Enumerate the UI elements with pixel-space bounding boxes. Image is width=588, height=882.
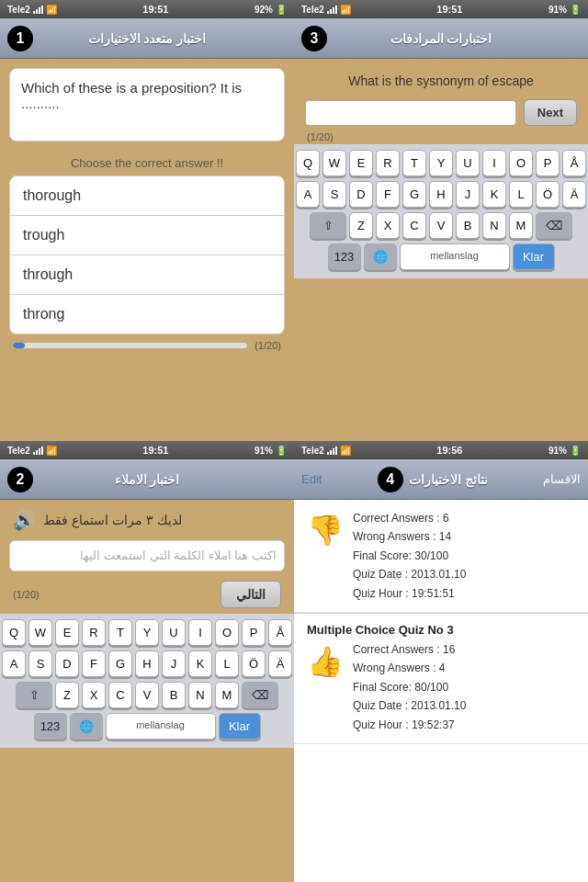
- key-X-q3[interactable]: X: [376, 212, 400, 239]
- key-L-q2[interactable]: L: [215, 650, 239, 677]
- answer-trough[interactable]: trough: [9, 216, 285, 255]
- status-bar-q3: Tele2 📶 19:51 91% 🔋: [294, 0, 588, 18]
- space-key-q3[interactable]: mellanslag: [400, 243, 510, 270]
- title-q2: اختبار الاملاء: [115, 472, 180, 487]
- badge-q1: 1: [7, 26, 33, 51]
- score-2: Final Score: 80/100: [353, 678, 575, 696]
- space-key-q2[interactable]: mellanslag: [106, 713, 216, 740]
- answer-throng[interactable]: throng: [9, 295, 285, 334]
- key-O-umlaut-q3[interactable]: Ö: [536, 181, 560, 208]
- key-G-q3[interactable]: G: [402, 181, 426, 208]
- key-C-q3[interactable]: C: [402, 212, 426, 239]
- key-N-q2[interactable]: N: [188, 682, 212, 708]
- key-S-q2[interactable]: S: [28, 650, 52, 677]
- key-Q-q2[interactable]: Q: [2, 619, 26, 646]
- globe-key-q3[interactable]: 🌐: [364, 243, 397, 270]
- key-T-q2[interactable]: T: [108, 619, 132, 646]
- key-D-q3[interactable]: D: [349, 181, 373, 208]
- key-D-q2[interactable]: D: [55, 650, 79, 677]
- edit-button-q4[interactable]: Edit: [301, 472, 322, 486]
- key-V-q3[interactable]: V: [429, 212, 453, 239]
- key-I-q3[interactable]: I: [482, 150, 506, 176]
- answer-input-q3[interactable]: [305, 100, 516, 126]
- key-J-q2[interactable]: J: [162, 650, 186, 677]
- audio-row-q2: لديك ٣ مرات استماع فقط 🔊: [0, 500, 294, 535]
- time-q3: 19:51: [436, 4, 462, 15]
- key-P-q3[interactable]: P: [536, 150, 560, 176]
- bottom-row-q2: التالي (1/20): [0, 577, 294, 614]
- key-N-q3[interactable]: N: [482, 212, 506, 239]
- key-Y-q2[interactable]: Y: [135, 619, 159, 646]
- key-A-umlaut-q3[interactable]: Ä: [562, 181, 586, 208]
- result-details-2: Correct Answers : 16 Wrong Answers : 4 F…: [353, 640, 575, 734]
- num-key-q2[interactable]: 123: [34, 713, 67, 740]
- key-T-q3[interactable]: T: [402, 150, 426, 176]
- return-key-q3[interactable]: Klar: [513, 243, 555, 270]
- key-O-q2[interactable]: O: [215, 619, 239, 646]
- audio-text-q2: لديك ٣ مرات استماع فقط: [43, 513, 182, 527]
- num-key-q3[interactable]: 123: [328, 243, 361, 270]
- key-M-q2[interactable]: M: [215, 682, 239, 708]
- key-S-q3[interactable]: S: [322, 181, 346, 208]
- key-Z-q2[interactable]: Z: [55, 682, 79, 708]
- key-V-q2[interactable]: V: [135, 682, 159, 708]
- signal-q4: [327, 446, 337, 455]
- audio-icon-q2[interactable]: 🔊: [13, 509, 36, 531]
- next-button-q3[interactable]: Next: [524, 99, 577, 126]
- status-bar-q2: Tele2 📶 19:51 91% 🔋: [0, 441, 294, 459]
- key-I-q2[interactable]: I: [188, 619, 212, 646]
- question-q3: What is the sysnonym of escape: [294, 59, 588, 96]
- answer-thorough[interactable]: thorough: [9, 175, 285, 216]
- key-K-q2[interactable]: K: [188, 650, 212, 677]
- key-G-q2[interactable]: G: [108, 650, 132, 677]
- key-A-ring-q2[interactable]: Å: [268, 619, 292, 646]
- key-O-q3[interactable]: O: [509, 150, 533, 176]
- next-button-q2[interactable]: التالي: [220, 581, 281, 608]
- key-Q-q3[interactable]: Q: [296, 150, 320, 176]
- correct-2: Correct Answers : 16: [353, 640, 575, 659]
- key-A-ring-q3[interactable]: Å: [562, 150, 586, 176]
- key-A-q3[interactable]: A: [296, 181, 320, 208]
- key-B-q2[interactable]: B: [162, 682, 186, 708]
- key-C-q2[interactable]: C: [108, 682, 132, 708]
- nav-bar-q2: 2 اختبار الاملاء: [0, 459, 294, 500]
- key-A-umlaut-q2[interactable]: Ä: [268, 650, 292, 677]
- key-U-q2[interactable]: U: [162, 619, 186, 646]
- answer-through[interactable]: through: [9, 255, 285, 295]
- key-F-q2[interactable]: F: [82, 650, 106, 677]
- input-row-q3: Next: [294, 96, 588, 130]
- key-W-q2[interactable]: W: [28, 619, 52, 646]
- key-M-q3[interactable]: M: [509, 212, 533, 239]
- key-H-q3[interactable]: H: [429, 181, 453, 208]
- return-key-q2[interactable]: Klar: [219, 713, 261, 740]
- backspace-key-q3[interactable]: ⌫: [536, 212, 572, 239]
- key-X-q2[interactable]: X: [82, 682, 106, 708]
- battery-q4: 91%: [548, 446, 567, 456]
- key-H-q2[interactable]: H: [135, 650, 159, 677]
- answers-q1: thorough trough through throng: [9, 175, 285, 334]
- key-R-q3[interactable]: R: [376, 150, 400, 176]
- key-P-q2[interactable]: P: [242, 619, 266, 646]
- shift-key-q2[interactable]: ⇧: [16, 682, 52, 708]
- spelling-input-q2[interactable]: اكتب هنا املاء الكلمة التي استمعت اليها: [9, 540, 285, 571]
- key-K-q3[interactable]: K: [482, 181, 506, 208]
- key-U-q3[interactable]: U: [456, 150, 480, 176]
- key-E-q2[interactable]: E: [55, 619, 79, 646]
- shift-key-q3[interactable]: ⇧: [310, 212, 346, 239]
- key-E-q3[interactable]: E: [349, 150, 373, 176]
- key-L-q3[interactable]: L: [509, 181, 533, 208]
- section-header-2: Multiple Choice Quiz No 3: [307, 623, 575, 637]
- wrong-1: Wrong Answers : 14: [353, 527, 575, 546]
- key-F-q3[interactable]: F: [376, 181, 400, 208]
- backspace-key-q2[interactable]: ⌫: [242, 682, 278, 708]
- key-Y-q3[interactable]: Y: [429, 150, 453, 176]
- key-W-q3[interactable]: W: [322, 150, 346, 176]
- globe-key-q2[interactable]: 🌐: [70, 713, 103, 740]
- status-right-q4: 91% 🔋: [548, 446, 581, 456]
- key-B-q3[interactable]: B: [456, 212, 480, 239]
- key-O-umlaut-q2[interactable]: Ö: [242, 650, 266, 677]
- key-J-q3[interactable]: J: [456, 181, 480, 208]
- key-A-q2[interactable]: A: [2, 650, 26, 677]
- key-R-q2[interactable]: R: [82, 619, 106, 646]
- key-Z-q3[interactable]: Z: [349, 212, 373, 239]
